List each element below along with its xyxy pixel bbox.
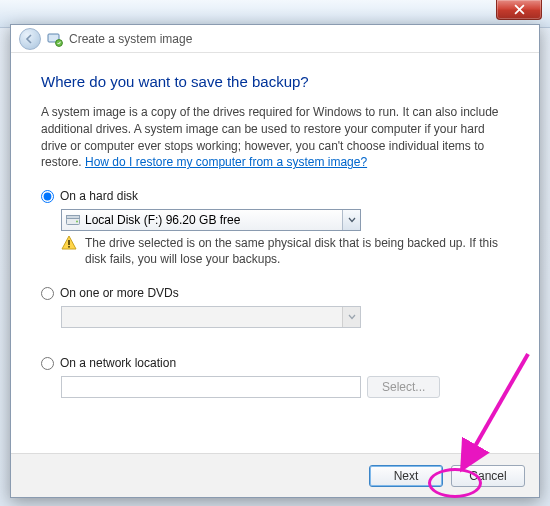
description-text: A system image is a copy of the drives r… <box>41 104 509 171</box>
radio-hard-disk[interactable] <box>41 190 54 203</box>
dropdown-arrow-disabled <box>342 307 360 327</box>
svg-rect-5 <box>68 240 70 245</box>
network-path-input <box>61 376 361 398</box>
create-system-image-dialog: Create a system image Where do you want … <box>10 24 540 498</box>
chevron-down-icon <box>348 314 356 320</box>
network-select-button: Select... <box>367 376 440 398</box>
window-close-button[interactable] <box>496 0 542 20</box>
svg-rect-3 <box>67 215 80 218</box>
dialog-header: Create a system image <box>11 25 539 53</box>
svg-point-4 <box>76 220 78 222</box>
hard-disk-selected: Local Disk (F:) 96.20 GB free <box>85 213 240 227</box>
option-hard-disk[interactable]: On a hard disk <box>41 189 509 203</box>
page-heading: Where do you want to save the backup? <box>41 73 509 90</box>
warning-text: The drive selected is on the same physic… <box>85 235 511 267</box>
hard-disk-dropdown[interactable]: Local Disk (F:) 96.20 GB free <box>61 209 361 231</box>
cancel-button[interactable]: Cancel <box>451 465 525 487</box>
radio-network[interactable] <box>41 357 54 370</box>
dvd-dropdown <box>61 306 361 328</box>
warning-icon <box>61 235 77 251</box>
help-link[interactable]: How do I restore my computer from a syst… <box>85 155 367 169</box>
dropdown-arrow[interactable] <box>342 210 360 230</box>
next-button[interactable]: Next <box>369 465 443 487</box>
option-network[interactable]: On a network location <box>41 356 509 370</box>
option-network-label: On a network location <box>60 356 176 370</box>
radio-dvd[interactable] <box>41 287 54 300</box>
option-hard-disk-label: On a hard disk <box>60 189 138 203</box>
close-icon <box>514 4 525 15</box>
back-arrow-icon <box>24 33 36 45</box>
system-image-icon <box>47 31 63 47</box>
chevron-down-icon <box>348 217 356 223</box>
back-button[interactable] <box>19 28 41 50</box>
dialog-footer: Next Cancel <box>11 453 539 497</box>
drive-icon <box>66 215 80 226</box>
svg-rect-6 <box>68 246 70 248</box>
hard-disk-warning: The drive selected is on the same physic… <box>61 235 511 267</box>
option-dvd-label: On one or more DVDs <box>60 286 179 300</box>
dialog-title: Create a system image <box>69 32 192 46</box>
option-dvd[interactable]: On one or more DVDs <box>41 286 509 300</box>
